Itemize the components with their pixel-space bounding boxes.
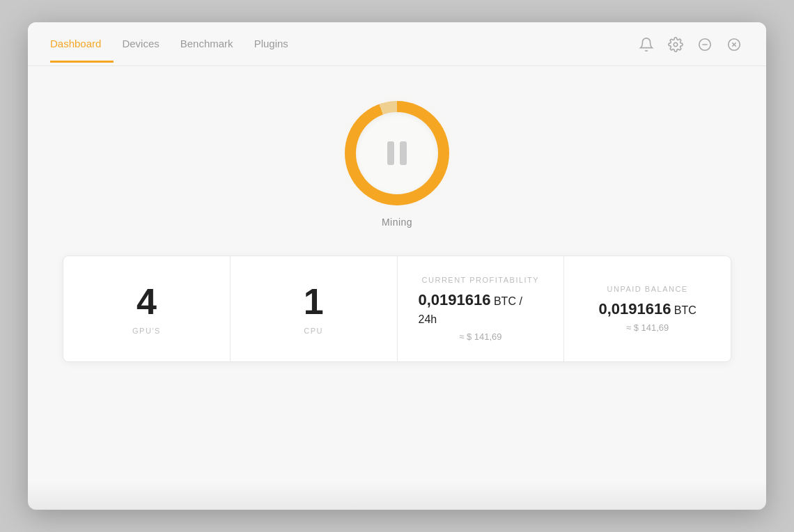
- svg-point-0: [674, 42, 678, 47]
- profitability-top-label: CURRENT PROFITABILITY: [422, 276, 540, 284]
- stat-card-cpu: 1 CPU: [231, 256, 398, 361]
- balance-top-label: UNPAID BALANCE: [607, 285, 688, 293]
- nav-item-dashboard[interactable]: Dashboard: [50, 38, 114, 63]
- stat-card-profitability: CURRENT PROFITABILITY 0,0191616 BTC / 24…: [398, 256, 565, 361]
- gpus-label: GPU'S: [132, 327, 161, 335]
- pause-icon: [387, 141, 407, 165]
- nav-item-benchmark[interactable]: Benchmark: [180, 38, 246, 63]
- cpu-number: 1: [304, 283, 324, 320]
- profitability-approx: ≈ $ 141,69: [459, 331, 501, 342]
- mining-label: Mining: [382, 217, 412, 228]
- pause-bar-right: [400, 141, 407, 165]
- nav-right: [637, 35, 744, 65]
- gpus-number: 4: [137, 283, 157, 320]
- nav-item-plugins[interactable]: Plugins: [254, 38, 301, 63]
- balance-value: 0,0191616 BTC: [598, 300, 696, 318]
- bottom-fade: [28, 482, 766, 510]
- stat-card-balance: UNPAID BALANCE 0,0191616 BTC ≈ $ 141,69: [564, 256, 731, 361]
- pause-bar-left: [387, 141, 394, 165]
- stats-row: 4 GPU'S 1 CPU CURRENT PROFITABILITY 0,01…: [63, 256, 731, 362]
- minimize-icon[interactable]: [695, 35, 715, 54]
- gear-icon[interactable]: [666, 35, 685, 54]
- mining-section: Mining: [345, 101, 449, 228]
- nav-item-devices[interactable]: Devices: [122, 38, 171, 63]
- nav-bar: Dashboard Devices Benchmark Plugins: [28, 22, 766, 66]
- mining-button[interactable]: [345, 101, 449, 205]
- main-content: Mining 4 GPU'S 1 CPU CURRENT PROFITABILI…: [28, 66, 766, 482]
- close-icon[interactable]: [724, 35, 744, 54]
- nav-left: Dashboard Devices Benchmark Plugins: [50, 38, 309, 63]
- stat-card-gpus: 4 GPU'S: [63, 256, 231, 361]
- mining-ring: [345, 101, 449, 205]
- bell-icon[interactable]: [637, 35, 656, 54]
- app-window: Dashboard Devices Benchmark Plugins: [28, 22, 766, 510]
- profitability-value: 0,0191616 BTC / 24h: [419, 291, 543, 327]
- balance-approx: ≈ $ 141,69: [626, 322, 669, 333]
- cpu-label: CPU: [304, 327, 323, 335]
